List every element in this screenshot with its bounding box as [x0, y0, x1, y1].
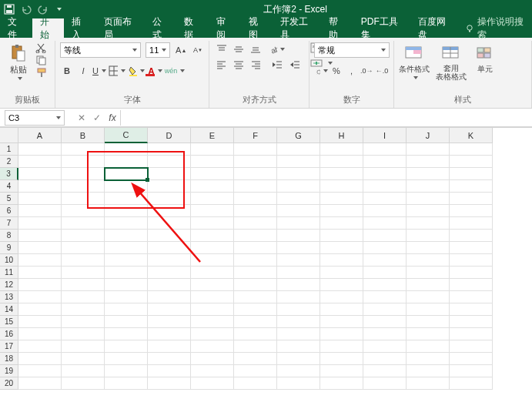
cell[interactable]: [363, 143, 407, 156]
accounting-format-icon[interactable]: ☼: [314, 64, 328, 78]
row-header[interactable]: 1: [0, 143, 18, 156]
cell[interactable]: [277, 377, 320, 390]
cell[interactable]: [18, 316, 62, 328]
cell[interactable]: [450, 291, 493, 303]
cell[interactable]: [62, 291, 105, 303]
formula-input[interactable]: [120, 110, 532, 126]
cell[interactable]: [320, 217, 363, 230]
row-header[interactable]: 19: [0, 365, 18, 377]
cell[interactable]: [407, 242, 450, 254]
cell[interactable]: [234, 291, 277, 303]
tab-help[interactable]: 帮助: [321, 18, 353, 38]
cell[interactable]: [191, 217, 234, 230]
cell[interactable]: [320, 279, 363, 291]
cell[interactable]: [148, 328, 191, 340]
cell[interactable]: [18, 242, 62, 254]
cell[interactable]: [191, 340, 234, 353]
cell[interactable]: [407, 365, 450, 377]
increase-font-icon[interactable]: A▲: [175, 43, 187, 57]
column-header[interactable]: A: [18, 128, 62, 143]
cell[interactable]: [450, 168, 493, 180]
cell-styles-button[interactable]: 单元: [473, 42, 497, 75]
cell[interactable]: [18, 291, 62, 303]
conditional-format-button[interactable]: 条件格式: [399, 42, 430, 79]
cell[interactable]: [18, 353, 62, 365]
cell[interactable]: [320, 230, 363, 242]
cell[interactable]: [191, 230, 234, 242]
cell[interactable]: [450, 242, 493, 254]
column-header[interactable]: B: [62, 128, 105, 143]
increase-decimal-icon[interactable]: .0→: [360, 64, 374, 78]
cell[interactable]: [62, 230, 105, 242]
cell[interactable]: [18, 365, 62, 377]
cell[interactable]: [363, 328, 407, 340]
cell[interactable]: [234, 365, 277, 377]
cell[interactable]: [234, 168, 277, 180]
tell-me-search[interactable]: 操作说明搜索: [459, 18, 532, 38]
cell[interactable]: [277, 193, 320, 205]
cell[interactable]: [234, 217, 277, 230]
cell[interactable]: [407, 217, 450, 230]
cell[interactable]: [277, 168, 320, 180]
cell[interactable]: [277, 242, 320, 254]
cell[interactable]: [320, 365, 363, 377]
cell[interactable]: [148, 303, 191, 316]
cell[interactable]: [277, 230, 320, 242]
cell[interactable]: [363, 303, 407, 316]
fx-icon[interactable]: fx: [105, 110, 120, 126]
align-bottom-icon[interactable]: [248, 42, 263, 56]
cell[interactable]: [191, 242, 234, 254]
cell[interactable]: [105, 328, 148, 340]
tab-review[interactable]: 审阅: [209, 18, 241, 38]
cell[interactable]: [450, 217, 493, 230]
cell[interactable]: [191, 180, 234, 193]
cell[interactable]: [18, 217, 62, 230]
cell[interactable]: [234, 340, 277, 353]
font-name-dropdown[interactable]: 等线: [60, 42, 141, 58]
cell[interactable]: [148, 377, 191, 390]
cell[interactable]: [105, 377, 148, 390]
row-header[interactable]: 8: [0, 230, 18, 242]
cell[interactable]: [18, 180, 62, 193]
cell[interactable]: [18, 303, 62, 316]
cell[interactable]: [18, 143, 62, 156]
cell[interactable]: [407, 377, 450, 390]
cell[interactable]: [191, 316, 234, 328]
cell[interactable]: [191, 377, 234, 390]
tab-formulas[interactable]: 公式: [145, 18, 177, 38]
cell[interactable]: [407, 156, 450, 168]
row-header[interactable]: 16: [0, 328, 18, 340]
format-as-table-button[interactable]: 套用 表格格式: [433, 42, 470, 81]
name-box[interactable]: C3: [5, 110, 65, 126]
cell[interactable]: [105, 267, 148, 279]
enter-icon[interactable]: ✓: [89, 110, 105, 126]
column-header[interactable]: E: [191, 128, 234, 143]
cell[interactable]: [277, 279, 320, 291]
cell[interactable]: [320, 353, 363, 365]
cell[interactable]: [450, 156, 493, 168]
cell[interactable]: [363, 291, 407, 303]
cell[interactable]: [320, 205, 363, 217]
cell[interactable]: [62, 267, 105, 279]
tab-insert[interactable]: 插入: [64, 18, 96, 38]
cell[interactable]: [234, 303, 277, 316]
cell[interactable]: [62, 217, 105, 230]
cell[interactable]: [320, 156, 363, 168]
cell[interactable]: [148, 316, 191, 328]
cell[interactable]: [407, 340, 450, 353]
cell[interactable]: [277, 303, 320, 316]
cell[interactable]: [18, 205, 62, 217]
cell[interactable]: [105, 230, 148, 242]
cut-icon[interactable]: [35, 42, 48, 53]
tab-file[interactable]: 文件: [0, 18, 32, 38]
paste-button[interactable]: 粘贴: [5, 42, 32, 80]
cell[interactable]: [450, 328, 493, 340]
cell[interactable]: [148, 365, 191, 377]
cell[interactable]: [277, 205, 320, 217]
cell[interactable]: [148, 279, 191, 291]
cell[interactable]: [363, 377, 407, 390]
cell[interactable]: [363, 217, 407, 230]
cell[interactable]: [191, 156, 234, 168]
cell[interactable]: [148, 340, 191, 353]
cell[interactable]: [363, 180, 407, 193]
